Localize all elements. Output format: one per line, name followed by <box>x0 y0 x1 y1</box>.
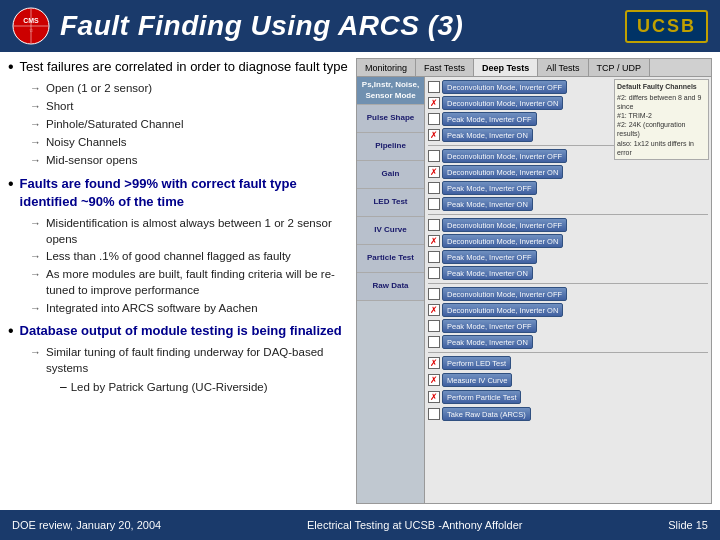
checkbox-14[interactable]: ✗ <box>428 304 440 316</box>
sub-bullet-1-3: → Pinhole/Saturated Channel <box>30 116 348 133</box>
checkbox-particle[interactable]: ✗ <box>428 391 440 403</box>
sub-bullet-1-2: → Short <box>30 98 348 115</box>
checkbox-2[interactable]: ✗ <box>428 97 440 109</box>
btn-raw-data[interactable]: Take Raw Data (ARCS) <box>442 407 531 421</box>
checkbox-12[interactable] <box>428 267 440 279</box>
btn-peak-off[interactable]: Peak Mode, Inverter OFF <box>442 112 537 126</box>
checkbox-6[interactable]: ✗ <box>428 166 440 178</box>
sidebar-item-iv-curve[interactable]: IV Curve <box>357 217 424 245</box>
info-line-1: #2: differs between 8 and 9 since <box>617 93 706 111</box>
sidebar-item-pulse-shape[interactable]: Pulse Shape <box>357 105 424 133</box>
sub-bullet-1-4: → Noisy Channels <box>30 134 348 151</box>
footer-center: Electrical Testing at UCSB -Anthony Affo… <box>161 519 668 531</box>
checkbox-3[interactable] <box>428 113 440 125</box>
main-content: • Test failures are correlated in order … <box>0 52 720 510</box>
checkbox-10[interactable]: ✗ <box>428 235 440 247</box>
btn-particle-test[interactable]: Perform Particle Test <box>442 390 521 404</box>
left-panel: • Test failures are correlated in order … <box>8 58 348 504</box>
checkbox-15[interactable] <box>428 320 440 332</box>
sub-text-2-2: Less than .1% of good channel flagged as… <box>46 248 291 264</box>
arcs-row-raw: Take Raw Data (ARCS) <box>428 407 708 421</box>
btn-peak-on[interactable]: Peak Mode, Inverter ON <box>442 128 533 142</box>
checkbox-7[interactable] <box>428 182 440 194</box>
btn-iv-curve[interactable]: Measure IV Curve <box>442 373 512 387</box>
checkbox-led[interactable]: ✗ <box>428 357 440 369</box>
arrow-icon: → <box>30 153 41 169</box>
checkbox-8[interactable] <box>428 198 440 210</box>
sidebar-item-pipeline[interactable]: Pipeline <box>357 133 424 161</box>
sub-sub-text-3-1-1: Led by Patrick Gartung (UC-Riverside) <box>71 379 268 395</box>
btn-deconv-off-4[interactable]: Deconvolution Mode, Inverter OFF <box>442 287 567 301</box>
sub-text-1-1: Open (1 or 2 sensor) <box>46 80 152 96</box>
tab-tcp-udp[interactable]: TCP / UDP <box>589 59 650 76</box>
separator-3 <box>428 283 708 284</box>
checkbox-5[interactable] <box>428 150 440 162</box>
checkbox-13[interactable] <box>428 288 440 300</box>
checkbox-4[interactable]: ✗ <box>428 129 440 141</box>
sub-text-1-4: Noisy Channels <box>46 134 127 150</box>
bullet-dot-1: • <box>8 59 14 75</box>
btn-peak-off-2[interactable]: Peak Mode, Inverter OFF <box>442 181 537 195</box>
sidebar-item-ps-instr[interactable]: Ps,Instr, Noise, Sensor Mode <box>357 77 424 105</box>
sub-bullet-2-1: → Misidentification is almost always bet… <box>30 215 348 247</box>
sub-bullets-3: → Similar tuning of fault finding underw… <box>30 344 348 396</box>
sub-bullet-1-1: → Open (1 or 2 sensor) <box>30 80 348 97</box>
bullet-text-1: Test failures are correlated in order to… <box>20 58 348 77</box>
arcs-row-6: ✗ Deconvolution Mode, Inverter ON <box>428 165 708 179</box>
arcs-group-4: Deconvolution Mode, Inverter OFF ✗ Decon… <box>428 287 708 349</box>
footer-slide: Slide 15 <box>668 519 708 531</box>
arcs-tabs: Monitoring Fast Tests Deep Tests All Tes… <box>357 59 711 77</box>
btn-deconv-off-2[interactable]: Deconvolution Mode, Inverter OFF <box>442 149 567 163</box>
arcs-row-15: Peak Mode, Inverter OFF <box>428 319 708 333</box>
btn-deconv-on[interactable]: Deconvolution Mode, Inverter ON <box>442 96 563 110</box>
sidebar-item-gain[interactable]: Gain <box>357 161 424 189</box>
info-line-2: #1: TRIM-2 <box>617 111 706 120</box>
sub-text-2-1: Misidentification is almost always betwe… <box>46 215 348 247</box>
sub-text-1-3: Pinhole/Saturated Channel <box>46 116 183 132</box>
tab-deep-tests[interactable]: Deep Tests <box>474 59 538 76</box>
sidebar-item-raw-data[interactable]: Raw Data <box>357 273 424 301</box>
sub-bullets-1: → Open (1 or 2 sensor) → Short → Pinhole… <box>30 80 348 169</box>
tab-fast-tests[interactable]: Fast Tests <box>416 59 474 76</box>
btn-deconv-off-3[interactable]: Deconvolution Mode, Inverter OFF <box>442 218 567 232</box>
footer: DOE review, January 20, 2004 Electrical … <box>0 510 720 540</box>
sidebar-item-particle-test[interactable]: Particle Test <box>357 245 424 273</box>
arcs-info-panel: Default Faulty Channels #2: differs betw… <box>614 79 709 160</box>
arcs-row-7: Peak Mode, Inverter OFF <box>428 181 708 195</box>
sub-bullets-2: → Misidentification is almost always bet… <box>30 215 348 316</box>
arcs-row-12: Peak Mode, Inverter ON <box>428 266 708 280</box>
btn-peak-off-3[interactable]: Peak Mode, Inverter OFF <box>442 250 537 264</box>
separator-2 <box>428 214 708 215</box>
checkbox-raw[interactable] <box>428 408 440 420</box>
bullet-main-3: • Database output of module testing is b… <box>8 322 348 341</box>
sub-bullet-3-1: → Similar tuning of fault finding underw… <box>30 344 348 376</box>
checkbox-iv[interactable]: ✗ <box>428 374 440 386</box>
arrow-icon: → <box>30 216 41 232</box>
checkbox-16[interactable] <box>428 336 440 348</box>
btn-deconv-on-2[interactable]: Deconvolution Mode, Inverter ON <box>442 165 563 179</box>
info-panel-title: Default Faulty Channels <box>617 82 706 91</box>
cms-logo-icon: CMS ☆ <box>12 7 50 45</box>
arcs-sidebar: Ps,Instr, Noise, Sensor Mode Pulse Shape… <box>357 77 425 503</box>
checkbox-11[interactable] <box>428 251 440 263</box>
sidebar-item-led-test[interactable]: LED Test <box>357 189 424 217</box>
btn-peak-on-2[interactable]: Peak Mode, Inverter ON <box>442 197 533 211</box>
bullet-dot-3: • <box>8 323 14 339</box>
btn-peak-on-4[interactable]: Peak Mode, Inverter ON <box>442 335 533 349</box>
btn-led-test[interactable]: Perform LED Test <box>442 356 511 370</box>
tab-monitoring[interactable]: Monitoring <box>357 59 416 76</box>
checkbox-9[interactable] <box>428 219 440 231</box>
bullet-section-2: • Faults are found >99% with correct fau… <box>8 175 348 317</box>
btn-peak-on-3[interactable]: Peak Mode, Inverter ON <box>442 266 533 280</box>
tab-all-tests[interactable]: All Tests <box>538 59 588 76</box>
bullet-text-2: Faults are found >99% with correct fault… <box>20 175 348 213</box>
btn-peak-off-4[interactable]: Peak Mode, Inverter OFF <box>442 319 537 333</box>
btn-deconv-on-4[interactable]: Deconvolution Mode, Inverter ON <box>442 303 563 317</box>
btn-deconv-on-3[interactable]: Deconvolution Mode, Inverter ON <box>442 234 563 248</box>
btn-deconv-off[interactable]: Deconvolution Mode, Inverter OFF <box>442 80 567 94</box>
bullet-section-1: • Test failures are correlated in order … <box>8 58 348 169</box>
arcs-row-particle: ✗ Perform Particle Test <box>428 390 708 404</box>
arcs-row-iv: ✗ Measure IV Curve <box>428 373 708 387</box>
separator-4 <box>428 352 708 353</box>
checkbox-1[interactable] <box>428 81 440 93</box>
